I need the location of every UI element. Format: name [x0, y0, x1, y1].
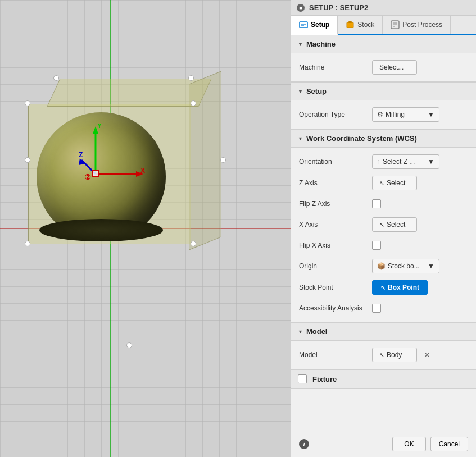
model-remove-button[interactable]: ✕	[420, 349, 434, 360]
fixture-section-title: Fixture	[312, 375, 337, 383]
stop-icon: ■	[297, 4, 305, 12]
handle-bot-m	[126, 342, 132, 348]
flip-z-checkbox[interactable]	[372, 199, 381, 208]
model-field-control: ↖ Body ✕	[372, 348, 468, 362]
z-axis-control: ↖ Select	[372, 176, 468, 190]
model-section: ▼ Model Model ↖ Body ✕	[291, 322, 476, 369]
z-axis-row: Z Axis ↖ Select	[291, 172, 476, 194]
machine-field-control: Select...	[372, 60, 468, 75]
panel-spacer	[291, 389, 476, 431]
model-body-button[interactable]: ↖ Body	[372, 348, 417, 362]
orientation-value: Select Z ...	[383, 158, 415, 166]
flip-z-control	[372, 199, 468, 208]
machine-section-title: Machine	[306, 40, 336, 48]
post-process-tab-icon	[391, 20, 400, 29]
flip-z-row: Flip Z Axis	[291, 194, 476, 214]
stock-point-button[interactable]: ↖ Box Point	[372, 280, 428, 295]
machine-section: ▼ Machine Machine Select...	[291, 35, 476, 81]
orientation-icon: ↑	[377, 158, 380, 166]
handle-mid-l	[25, 157, 30, 163]
tab-post-process[interactable]: Post Process	[383, 16, 451, 34]
origin-label: Origin	[299, 262, 372, 270]
fixture-checkbox[interactable]	[298, 374, 307, 383]
x-axis-control: ↖ Select	[372, 217, 468, 232]
fixture-section-header[interactable]: Fixture	[291, 369, 476, 389]
origin-dropdown-arrow: ▼	[428, 262, 434, 270]
accessibility-checkbox[interactable]	[372, 304, 381, 313]
stock-point-row: Stock Point ↖ Box Point	[291, 277, 476, 298]
tab-bar: Setup Stock Post Process	[291, 16, 476, 35]
handle-tr	[191, 100, 196, 106]
handle-br	[191, 241, 196, 246]
handle-tl	[25, 100, 30, 106]
stock-top-face	[47, 79, 211, 107]
origin-control: 📦 Stock bo... ▼	[372, 259, 468, 273]
orientation-row: Orientation ↑ Select Z ... ▼	[291, 151, 476, 172]
svg-rect-15	[348, 21, 352, 23]
model-field-label: Model	[299, 351, 372, 359]
machine-field-label: Machine	[299, 63, 372, 71]
svg-rect-14	[347, 22, 353, 28]
model-field-row: Model ↖ Body ✕	[291, 344, 476, 365]
accessibility-row: Accessibility Analysis	[291, 298, 476, 318]
svg-rect-11	[300, 22, 307, 28]
model-cursor-icon: ↖	[379, 351, 384, 359]
tab-stock[interactable]: Stock	[338, 16, 383, 34]
operation-type-row: Operation Type ⚙ Milling ▼	[291, 104, 476, 125]
model-collapse-arrow: ▼	[298, 329, 303, 335]
orientation-dropdown[interactable]: ↑ Select Z ... ▼	[372, 154, 439, 169]
wcs-section-content: Orientation ↑ Select Z ... ▼ Z Axis	[291, 148, 476, 322]
setup-section: ▼ Setup Operation Type ⚙ Milling ▼	[291, 82, 476, 129]
machine-select-button[interactable]: Select...	[372, 60, 417, 75]
stock-point-cursor-icon: ↖	[380, 284, 386, 291]
handle-bl	[25, 241, 30, 246]
origin-icon: 📦	[377, 262, 386, 270]
origin-row: Origin 📦 Stock bo... ▼	[291, 255, 476, 277]
operation-type-dropdown[interactable]: ⚙ Milling ▼	[372, 107, 439, 122]
orientation-dropdown-arrow: ▼	[428, 158, 434, 166]
z-axis-label: Z Axis	[299, 179, 372, 187]
flip-x-control	[372, 241, 468, 250]
setup-section-title: Setup	[306, 87, 327, 95]
origin-dropdown[interactable]: 📦 Stock bo... ▼	[372, 259, 439, 273]
3d-object-container: Y Z X ②	[22, 73, 236, 286]
setup-section-header[interactable]: ▼ Setup	[291, 82, 476, 100]
stock-tab-icon	[346, 20, 355, 29]
x-axis-button-label: Select	[387, 221, 405, 228]
model-section-header[interactable]: ▼ Model	[291, 322, 476, 341]
machine-section-header[interactable]: ▼ Machine	[291, 35, 476, 53]
stock-tab-label: Stock	[357, 21, 374, 29]
x-axis-select-button[interactable]: ↖ Select	[372, 217, 417, 232]
panel-footer: i OK Cancel	[291, 431, 476, 457]
wcs-section: ▼ Work Coordinate System (WCS) Orientati…	[291, 129, 476, 322]
operation-type-value: Milling	[386, 111, 405, 118]
origin-value: Stock bo...	[388, 262, 420, 270]
setup-tab-label: Setup	[311, 21, 329, 29]
stock-right-face	[189, 71, 221, 250]
z-axis-select-button[interactable]: ↖ Select	[372, 176, 417, 190]
sphere	[37, 112, 166, 241]
panel-title: SETUP : SETUP2	[309, 3, 368, 12]
info-icon[interactable]: i	[299, 439, 309, 449]
ok-button[interactable]: OK	[392, 437, 425, 451]
machine-field-row: Machine Select...	[291, 57, 476, 78]
fixture-section: Fixture	[291, 369, 476, 389]
post-process-tab-label: Post Process	[402, 21, 442, 29]
panel-header: ■ SETUP : SETUP2	[291, 0, 476, 16]
handle-top-r	[188, 75, 194, 81]
wcs-section-title: Work Coordinate System (WCS)	[306, 134, 417, 143]
flip-x-checkbox[interactable]	[372, 241, 381, 250]
accessibility-label: Accessibility Analysis	[299, 304, 372, 312]
model-section-content: Model ↖ Body ✕	[291, 341, 476, 369]
footer-buttons: OK Cancel	[392, 437, 468, 451]
flip-x-row: Flip X Axis	[291, 235, 476, 255]
wcs-section-header[interactable]: ▼ Work Coordinate System (WCS)	[291, 129, 476, 148]
cancel-button[interactable]: Cancel	[430, 437, 468, 451]
wcs-collapse-arrow: ▼	[298, 136, 303, 141]
orientation-label: Orientation	[299, 158, 372, 166]
machine-section-content: Machine Select...	[291, 53, 476, 81]
stock-point-button-label: Box Point	[388, 284, 419, 291]
milling-icon: ⚙	[377, 111, 383, 118]
tab-setup[interactable]: Setup	[291, 16, 338, 35]
3d-viewport[interactable]: Y Z X ②	[0, 0, 291, 457]
